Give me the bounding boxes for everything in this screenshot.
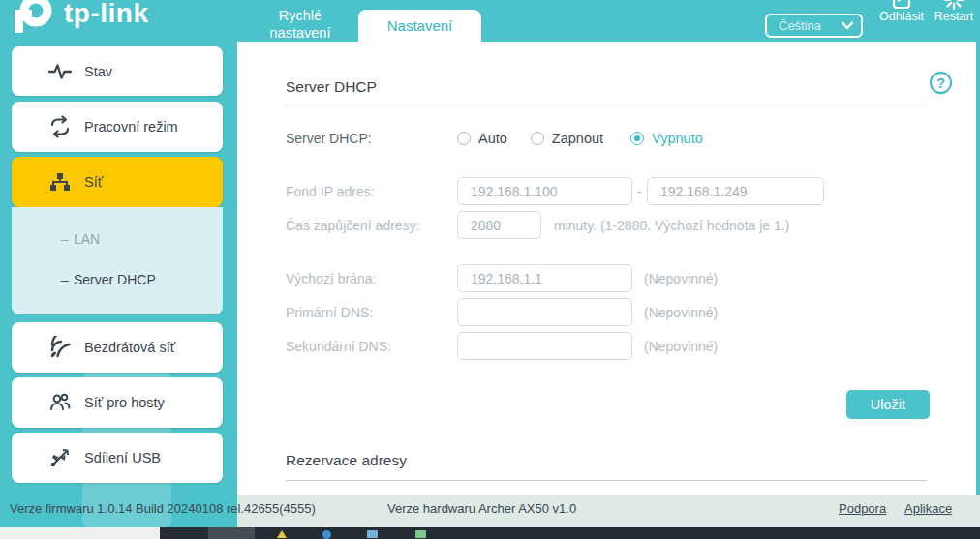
tp-link-logo-icon <box>10 0 54 37</box>
gateway-label: Výchozí brána: <box>286 271 376 286</box>
primary-dns-hint: (Nepovinné) <box>644 305 718 320</box>
tab-settings[interactable]: Nastavení <box>358 10 481 42</box>
sidebar-item-bezdratova-sit[interactable]: Bezdrátová síť <box>12 322 223 373</box>
sidebar-item-label: Stav <box>84 46 112 96</box>
wifi-icon <box>48 336 72 359</box>
lease-time-label: Čas zapůjčení adresy: <box>286 218 420 233</box>
radio-label: Zapnout <box>552 131 603 146</box>
submenu-item-lan[interactable]: – LAN <box>12 231 223 251</box>
os-taskbar[interactable] <box>0 527 980 539</box>
section-divider <box>286 105 927 105</box>
sit-submenu: – LAN – Server DHCP <box>12 207 223 314</box>
section-title-rezervace-adresy: Rezervace adresy <box>286 452 407 469</box>
dhcp-mode-label: Server DHCP: <box>286 131 372 146</box>
ip-pool-start-input[interactable] <box>457 177 632 205</box>
network-icon <box>48 170 72 194</box>
taskbar-app-icon[interactable] <box>367 530 378 538</box>
language-select[interactable]: Čeština <box>765 14 863 38</box>
tp-link-logo-text: tp-link <box>64 0 149 29</box>
sidebar-nav: Stav Pracovní režim Síť – LAN <box>0 42 237 527</box>
usb-icon <box>48 446 72 469</box>
submenu-item-server-dhcp[interactable]: – Server DHCP <box>12 272 223 291</box>
sidebar-item-stav[interactable]: Stav <box>12 46 223 96</box>
sidebar-item-sdileni-usb[interactable]: Sdílení USB <box>12 433 223 483</box>
support-link[interactable]: Podpora <box>839 501 886 516</box>
ip-pool-label: Fond IP adres: <box>286 184 375 199</box>
submenu-label: Server DHCP <box>74 272 156 287</box>
radio-circle-icon <box>630 132 644 145</box>
taskbar-active-app[interactable] <box>208 527 255 539</box>
radio-zapnout[interactable]: Zapnout <box>531 131 603 146</box>
sidebar-item-label: Bezdrátová síť <box>84 322 175 373</box>
submenu-dash: – <box>61 231 69 247</box>
language-value: Čeština <box>779 18 821 33</box>
header-bar: tp-link Rychlé nastavení Nastavení Češti… <box>0 0 980 42</box>
secondary-dns-input[interactable] <box>457 332 632 360</box>
radio-vypnuto[interactable]: Vypnuto <box>630 131 703 146</box>
radio-label: Auto <box>478 131 507 146</box>
activity-icon <box>48 60 72 83</box>
submenu-label: LAN <box>74 231 100 247</box>
sidebar-item-sit-pro-hosty[interactable]: Síť pro hosty <box>12 377 223 428</box>
lease-time-input[interactable] <box>457 211 541 239</box>
section-divider <box>286 480 927 481</box>
ip-pool-end-input[interactable] <box>647 177 824 205</box>
radio-circle-icon <box>531 132 544 145</box>
save-button[interactable]: Uložit <box>846 390 930 419</box>
gateway-input[interactable] <box>457 264 632 292</box>
radio-label: Vypnuto <box>652 131 703 146</box>
ip-pool-separator: - <box>637 184 642 199</box>
taskbar-app-icon[interactable] <box>322 530 331 539</box>
sidebar-item-pracovni-rezim[interactable]: Pracovní režim <box>12 102 223 152</box>
submenu-dash: – <box>61 272 69 287</box>
sidebar-item-label: Síť pro hosty <box>84 377 165 428</box>
tp-link-logo: tp-link <box>10 0 203 41</box>
taskbar-app-icon[interactable] <box>415 530 426 538</box>
help-icon[interactable]: ? <box>930 72 952 94</box>
sidebar-item-label: Sdílení USB <box>84 433 161 483</box>
taskbar-light-segment <box>0 527 160 539</box>
sidebar-item-label: Síť <box>84 157 103 207</box>
tab-quick-setup[interactable]: Rychlé nastavení <box>250 7 351 42</box>
cycle-icon <box>48 115 72 138</box>
chevron-down-icon <box>842 21 853 30</box>
secondary-dns-label: Sekundární DNS: <box>286 339 391 354</box>
lease-time-hint: minuty. (1-2880. Výchozí hodnota je 1.) <box>554 218 789 233</box>
main-content: ? Server DHCP Server DHCP: Auto Zapnout … <box>237 42 976 495</box>
taskbar-app-icon[interactable] <box>277 530 287 538</box>
logout-label: Odhlásit <box>874 10 929 23</box>
primary-dns-input[interactable] <box>457 298 632 326</box>
guests-icon <box>48 391 72 414</box>
app-link[interactable]: Aplikace <box>904 501 952 516</box>
sidebar-item-label: Pracovní režim <box>84 102 178 152</box>
restart-button[interactable]: Restart <box>931 0 977 42</box>
router-admin-screen: tp-link Rychlé nastavení Nastavení Češti… <box>0 0 980 539</box>
section-title-server-dhcp: Server DHCP <box>286 78 377 96</box>
secondary-dns-hint: (Nepovinné) <box>644 339 718 354</box>
hardware-version: Verze hardwaru Archer AX50 v1.0 <box>387 501 576 516</box>
radio-auto[interactable]: Auto <box>457 131 507 146</box>
restart-label: Restart <box>931 10 977 23</box>
firmware-version: Verze firmwaru 1.0.14 Build 20240108 rel… <box>10 501 316 516</box>
primary-dns-label: Primární DNS: <box>286 305 373 320</box>
radio-circle-icon <box>457 132 471 145</box>
logout-button[interactable]: Odhlásit <box>874 0 929 42</box>
gateway-hint: (Nepovinné) <box>644 271 718 286</box>
dhcp-mode-radio-group: Auto Zapnout Vypnuto <box>457 131 703 146</box>
sidebar-item-sit[interactable]: Síť <box>12 157 223 207</box>
